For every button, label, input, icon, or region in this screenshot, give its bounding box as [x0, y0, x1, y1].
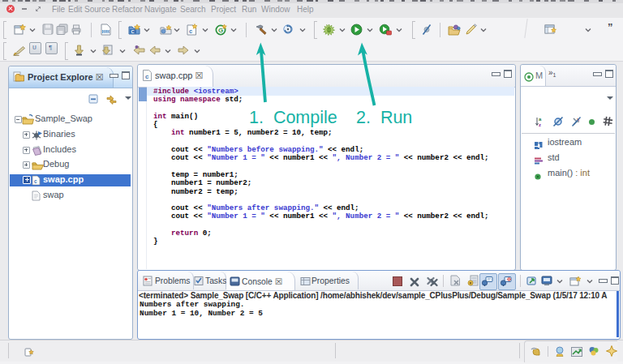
svg-text:c: c	[189, 28, 192, 35]
svg-text:010: 010	[102, 30, 109, 34]
svg-text:C: C	[131, 29, 134, 34]
svg-text:G: G	[218, 27, 223, 34]
svg-text:z: z	[539, 122, 541, 127]
svg-text:c: c	[145, 73, 149, 80]
svg-text:a: a	[539, 117, 542, 122]
svg-text:c: c	[34, 178, 37, 184]
